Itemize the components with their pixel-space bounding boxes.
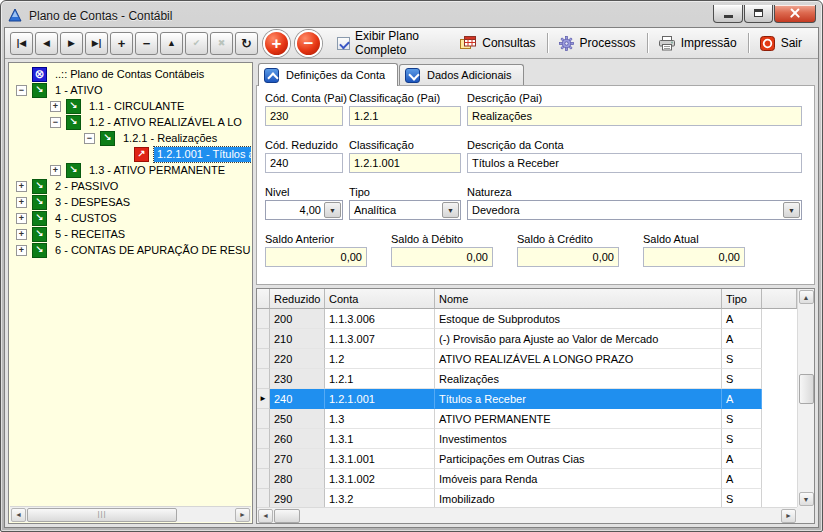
tab-definicoes-da-conta[interactable]: Definições da Conta	[258, 63, 398, 86]
cod-conta-pai-field[interactable]: 230	[265, 106, 343, 126]
cell-nome: ATIVO REALIZÁVEL A LONGO PRAZO	[435, 349, 722, 369]
tab-dados-adicionais[interactable]: Dados Adicionais	[399, 64, 524, 85]
table-row[interactable]: 2201.2ATIVO REALIZÁVEL A LONGO PRAZOS	[257, 349, 797, 369]
processos-button[interactable]: Processos	[548, 28, 647, 58]
table-row[interactable]: 2301.2.1RealizaçõesS	[257, 369, 797, 389]
collapse-icon[interactable]: −	[50, 117, 61, 128]
grip-icon: |||	[97, 510, 106, 518]
row-indicator	[257, 489, 270, 507]
checkbox-icon[interactable]	[337, 37, 350, 50]
grid-hscrollbar-thumb[interactable]	[274, 509, 300, 523]
nav-cancel-button[interactable]: ✖	[210, 32, 233, 55]
tree-item[interactable]: −↘1 - ATIVO	[10, 82, 251, 98]
tree-item-label: ..:: Plano de Contas Contábeis	[52, 67, 207, 82]
expand-icon[interactable]: +	[16, 181, 27, 192]
scroll-right-arrow[interactable]: ►	[781, 509, 796, 523]
natureza-combo[interactable]: Devedora▼	[467, 200, 802, 220]
remove-node-button[interactable]: −	[295, 30, 322, 57]
title-bar[interactable]: Plano de Contas - Contábil	[4, 4, 819, 27]
table-row[interactable]: ►2401.2.1.001Títulos a ReceberA	[257, 389, 797, 409]
tree-item[interactable]: +↘3 - DESPESAS	[10, 194, 251, 210]
consultas-button[interactable]: Consultas	[449, 28, 546, 58]
saldo-anterior-field[interactable]: 0,00	[265, 247, 367, 267]
tree-item[interactable]: +↘1.1 - CIRCULANTE	[10, 98, 251, 114]
cell-nome: Realizações	[435, 369, 722, 389]
tree-horizontal-scrollbar[interactable]: ◄ ||| ►	[10, 506, 251, 522]
saldo-debito-field[interactable]: 0,00	[391, 247, 493, 267]
tree-item[interactable]: +↘6 - CONTAS DE APURAÇÃO DE RESU	[10, 242, 251, 258]
minimize-button[interactable]	[713, 5, 743, 23]
add-node-button[interactable]: +	[263, 30, 290, 57]
classificacao-pai-field[interactable]: 1.2.1	[349, 106, 461, 126]
exibir-plano-completo-toggle[interactable]: Exibir Plano Completo	[337, 29, 446, 57]
scroll-down-arrow[interactable]: ▼	[799, 492, 814, 506]
action-buttons: ConsultasProcessosImpressãoSair	[449, 28, 813, 58]
close-button[interactable]	[774, 5, 816, 23]
descricao-da-conta-field[interactable]: Títulos a Receber	[467, 153, 802, 173]
column-header-nome[interactable]: Nome	[435, 289, 722, 309]
table-row[interactable]: 2601.3.1InvestimentosS	[257, 429, 797, 449]
tipo-combo[interactable]: Analítica▼	[349, 200, 461, 220]
chevron-down-icon[interactable]: ▼	[324, 202, 341, 218]
maximize-button[interactable]	[744, 5, 773, 23]
chevron-down-icon[interactable]: ▼	[442, 202, 459, 218]
cod-reduzido-field[interactable]: 240	[265, 153, 343, 173]
descricao-pai-field[interactable]: Realizações	[467, 106, 802, 126]
expand-icon[interactable]: +	[16, 197, 27, 208]
expand-icon[interactable]: +	[16, 245, 27, 256]
nav-edit-button[interactable]: ▲	[160, 32, 183, 55]
nav-insert-button[interactable]: +	[110, 32, 133, 55]
nav-refresh-button[interactable]: ↻	[235, 32, 258, 55]
nav-last-button[interactable]: ▶|	[85, 32, 108, 55]
grid-horizontal-scrollbar[interactable]: ◄ ►	[257, 507, 797, 523]
tree-item[interactable]: +↘2 - PASSIVO	[10, 178, 251, 194]
green-node-icon: ↘	[32, 227, 47, 242]
collapse-icon[interactable]: −	[84, 133, 95, 144]
classificacao-field[interactable]: 1.2.1.001	[349, 153, 461, 173]
grid-vertical-scrollbar[interactable]: ▲ ▼	[797, 289, 814, 507]
tree-item[interactable]: −↘1.2 - ATIVO REALIZÁVEL A LO	[10, 114, 251, 130]
scroll-left-arrow[interactable]: ◄	[11, 508, 26, 522]
tree-item[interactable]: ⊗..:: Plano de Contas Contábeis	[10, 66, 251, 82]
tree-item[interactable]: +↘5 - RECEITAS	[10, 226, 251, 242]
saldo-atual-field[interactable]: 0,00	[643, 247, 745, 267]
table-row[interactable]: 2901.3.2ImobilizadoS	[257, 489, 797, 507]
column-header-conta[interactable]: Conta	[325, 289, 435, 309]
scroll-left-arrow[interactable]: ◄	[258, 509, 273, 523]
expand-icon[interactable]: +	[50, 101, 61, 112]
close-icon	[789, 7, 801, 19]
table-row[interactable]: 2801.3.1.002Imóveis para RendaA	[257, 469, 797, 489]
nav-post-button[interactable]: ✔	[185, 32, 208, 55]
tree-item[interactable]: ↗1.2.1.001 - Títulos a	[10, 146, 251, 162]
expand-icon[interactable]: +	[16, 229, 27, 240]
tree-item[interactable]: −↘1.2.1 - Realizações	[10, 130, 251, 146]
tree-item[interactable]: +↘1.3 - ATIVO PERMANENTE	[10, 162, 251, 178]
tree-item[interactable]: +↘4 - CUSTOS	[10, 210, 251, 226]
nav-prior-button[interactable]: ◀	[35, 32, 58, 55]
scroll-up-arrow[interactable]: ▲	[799, 290, 814, 304]
expand-icon[interactable]: +	[50, 165, 61, 176]
nav-first-button[interactable]: |◀	[10, 32, 33, 55]
toolbar: |◀◀▶▶|+−▲✔✖↻ +− Exibir Plano Completo Co…	[5, 28, 818, 59]
table-row[interactable]: 2501.3ATIVO PERMANENTES	[257, 409, 797, 429]
row-indicator	[257, 349, 270, 369]
chevron-down-icon[interactable]: ▼	[783, 202, 800, 218]
impressao-button[interactable]: Impressão	[648, 28, 748, 58]
scroll-track[interactable]	[799, 304, 814, 492]
saldo-credito-field[interactable]: 0,00	[517, 247, 619, 267]
collapse-icon[interactable]: −	[16, 85, 27, 96]
table-row[interactable]: 2701.3.1.001Participações em Outras Cias…	[257, 449, 797, 469]
nav-delete-button[interactable]: −	[135, 32, 158, 55]
sair-button[interactable]: Sair	[749, 28, 813, 58]
column-header-tipo[interactable]: Tipo	[722, 289, 762, 309]
grid-vscrollbar-thumb[interactable]	[799, 374, 814, 404]
table-row[interactable]: 2101.1.3.007(-) Provisão para Ajuste ao …	[257, 329, 797, 349]
table-row[interactable]: 2001.1.3.006Estoque de SubprodutosA	[257, 309, 797, 329]
column-header-reduzido[interactable]: Reduzido	[270, 289, 325, 309]
expand-icon[interactable]: +	[16, 213, 27, 224]
tree-scrollbar-thumb[interactable]: |||	[27, 508, 177, 522]
nav-next-button[interactable]: ▶	[60, 32, 83, 55]
tree-item-label: 2 - PASSIVO	[52, 179, 121, 194]
nivel-combo[interactable]: 4,00▼	[265, 200, 343, 220]
scroll-right-arrow[interactable]: ►	[235, 508, 250, 522]
